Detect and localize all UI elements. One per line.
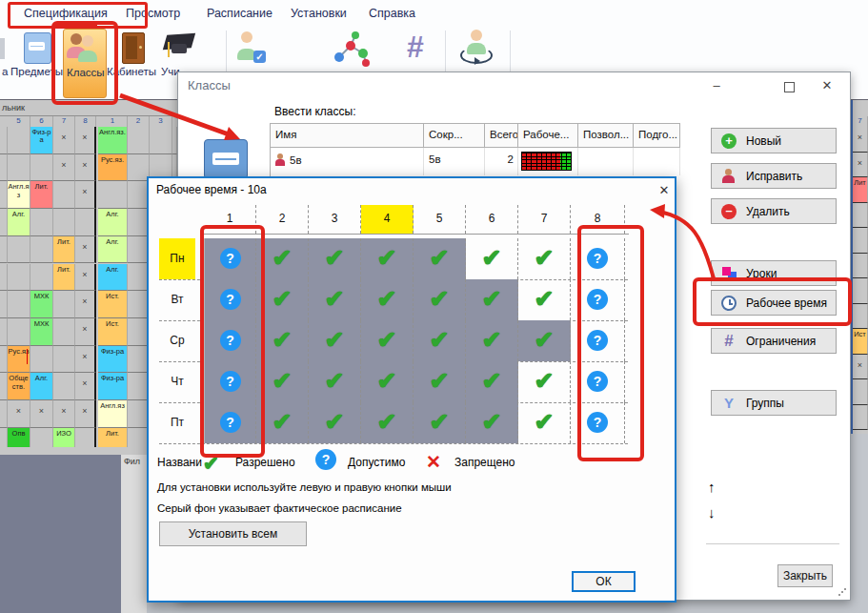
schedule-cell[interactable] bbox=[853, 254, 868, 279]
close-icon[interactable]: ✕ bbox=[813, 76, 841, 95]
worktime-cell[interactable]: ? bbox=[204, 320, 256, 361]
resize-grip[interactable] bbox=[838, 588, 846, 596]
schedule-cell[interactable]: Алг. bbox=[8, 209, 30, 236]
schedule-cell[interactable] bbox=[0, 181, 8, 209]
molecule-icon[interactable] bbox=[332, 31, 372, 67]
toolbar-item-classes[interactable]: Классы bbox=[63, 29, 107, 98]
schedule-cell[interactable]: × bbox=[75, 291, 96, 318]
schedule-cell[interactable] bbox=[0, 154, 8, 182]
worktime-cell[interactable]: ✔ bbox=[309, 320, 361, 361]
worktime-cell[interactable]: ✔ bbox=[518, 402, 571, 443]
worktime-cell[interactable]: ✔ bbox=[518, 320, 571, 361]
close-dialog-button[interactable]: Закрыть bbox=[777, 564, 833, 587]
worktime-cell[interactable]: ? bbox=[204, 279, 256, 320]
worktime-cell[interactable]: ✔ bbox=[361, 402, 414, 443]
worktime-cell[interactable]: ? bbox=[571, 402, 625, 443]
maximize-icon[interactable] bbox=[784, 82, 795, 92]
schedule-cell[interactable] bbox=[0, 346, 8, 374]
schedule-cell[interactable]: × bbox=[75, 264, 96, 292]
schedule-cell[interactable]: × bbox=[8, 400, 30, 428]
side-button-рабочее-время[interactable]: Рабочее время bbox=[711, 290, 837, 316]
worktime-cell[interactable]: ✔ bbox=[414, 238, 466, 279]
schedule-cell[interactable] bbox=[853, 228, 868, 254]
schedule-cell[interactable]: Ист bbox=[853, 329, 868, 355]
schedule-cell[interactable] bbox=[0, 373, 8, 400]
worktime-cell[interactable]: ✔ bbox=[361, 238, 414, 279]
schedule-cell[interactable]: × bbox=[853, 153, 868, 178]
schedule-cell[interactable]: × bbox=[53, 127, 75, 154]
worktime-cell[interactable]: ✔ bbox=[256, 238, 309, 279]
schedule-cell[interactable]: × bbox=[75, 236, 96, 264]
schedule-cell[interactable] bbox=[0, 264, 8, 292]
schedule-cell[interactable]: Физ-ра bbox=[98, 373, 128, 400]
person-check-icon[interactable]: ✓ bbox=[235, 31, 266, 64]
schedule-cell[interactable]: × bbox=[853, 355, 868, 380]
schedule-cell[interactable]: Алг. bbox=[98, 264, 128, 292]
schedule-cell[interactable] bbox=[30, 236, 53, 264]
schedule-cell[interactable]: × bbox=[30, 400, 53, 428]
worktime-cell[interactable]: ? bbox=[571, 279, 625, 320]
schedule-cell[interactable]: Алг. bbox=[30, 373, 53, 400]
person-sync-icon[interactable] bbox=[459, 30, 494, 66]
worktime-cell[interactable]: ✔ bbox=[414, 361, 466, 402]
move-down-button[interactable]: ↓ bbox=[708, 504, 716, 521]
schedule-cell[interactable] bbox=[8, 291, 30, 318]
schedule-cell[interactable] bbox=[8, 264, 30, 292]
class-row-worktime[interactable] bbox=[518, 148, 578, 175]
door-icon[interactable] bbox=[122, 32, 145, 64]
menu-item-1[interactable]: Просмотр bbox=[126, 7, 180, 20]
schedule-cell[interactable] bbox=[53, 181, 75, 209]
side-button-группы[interactable]: YГруппы bbox=[711, 390, 837, 416]
worktime-cell[interactable]: ✔ bbox=[518, 238, 571, 279]
worktime-cell[interactable]: ✔ bbox=[256, 320, 309, 361]
schedule-cell[interactable] bbox=[53, 209, 75, 236]
schedule-cell[interactable] bbox=[53, 291, 75, 318]
class-row-name[interactable]: 5в bbox=[271, 148, 424, 175]
schedule-cell[interactable] bbox=[0, 318, 8, 346]
side-button-новый[interactable]: +Новый bbox=[711, 128, 837, 153]
schedule-cell[interactable]: Англ.яз. bbox=[98, 127, 128, 154]
schedule-cell[interactable]: × bbox=[75, 181, 96, 209]
side-button-исправить[interactable]: Исправить bbox=[711, 163, 837, 189]
move-up-button[interactable]: ↑ bbox=[708, 479, 716, 495]
schedule-cell[interactable] bbox=[0, 236, 8, 264]
schedule-cell[interactable]: МХК bbox=[30, 318, 53, 346]
schedule-cell[interactable]: × bbox=[53, 400, 75, 428]
worktime-cell[interactable]: ✔ bbox=[518, 361, 571, 402]
schedule-cell[interactable]: Обществ. bbox=[8, 373, 30, 400]
worktime-cell[interactable]: ✔ bbox=[256, 402, 309, 443]
menu-item-2[interactable]: Расписание bbox=[207, 7, 273, 20]
worktime-cell[interactable]: ✔ bbox=[466, 238, 518, 279]
column-header[interactable]: Рабоче... bbox=[518, 124, 578, 148]
schedule-cell[interactable]: × bbox=[75, 318, 96, 346]
schedule-cell[interactable] bbox=[853, 203, 868, 229]
worktime-cell[interactable]: ✔ bbox=[309, 361, 361, 402]
worktime-cell[interactable]: ✔ bbox=[466, 402, 518, 443]
column-header[interactable]: Сокр... bbox=[424, 124, 485, 148]
schedule-cell[interactable]: Лит. bbox=[30, 181, 53, 209]
schedule-cell[interactable]: × bbox=[53, 154, 75, 182]
grid-hash-icon[interactable]: # bbox=[400, 31, 431, 63]
worktime-cell[interactable]: ✔ bbox=[466, 320, 518, 361]
schedule-cell[interactable]: Лит bbox=[853, 177, 868, 203]
side-button-ограничения[interactable]: #Ограничения bbox=[711, 328, 837, 354]
schedule-cell[interactable] bbox=[30, 346, 53, 374]
schedule-cell[interactable]: × bbox=[853, 127, 868, 153]
schedule-cell[interactable]: Лит. bbox=[53, 264, 75, 292]
schedule-cell[interactable]: × bbox=[75, 154, 96, 182]
schedule-cell[interactable]: Ист. bbox=[98, 291, 128, 318]
class-row-allowed[interactable] bbox=[578, 148, 634, 175]
schedule-cell[interactable]: × bbox=[75, 346, 96, 374]
worktime-cell[interactable]: ✔ bbox=[466, 279, 518, 320]
worktime-cell[interactable]: ? bbox=[571, 238, 625, 279]
worktime-cell[interactable]: ✔ bbox=[361, 279, 414, 320]
schedule-cell[interactable] bbox=[53, 346, 75, 374]
schedule-cell[interactable] bbox=[853, 278, 868, 304]
class-row-total[interactable]: 2 bbox=[485, 148, 518, 175]
schedule-cell[interactable] bbox=[30, 264, 53, 292]
schedule-cell[interactable] bbox=[8, 236, 30, 264]
worktime-cell[interactable]: ✔ bbox=[414, 320, 466, 361]
worktime-cell[interactable]: ✔ bbox=[414, 402, 466, 443]
schedule-cell[interactable] bbox=[53, 373, 75, 400]
schedule-cell[interactable] bbox=[0, 209, 8, 236]
